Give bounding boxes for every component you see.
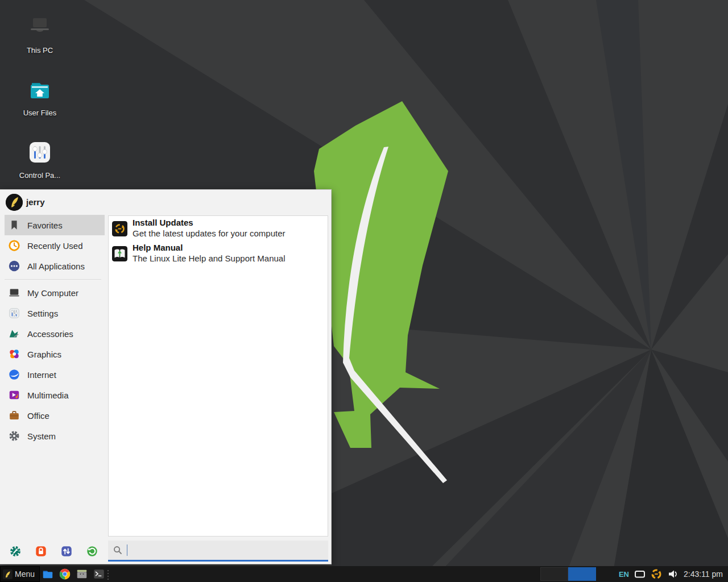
sidebar-separator: [5, 279, 101, 280]
list-item-help-manual[interactable]: Help Manual The Linux Lite Help and Supp…: [109, 241, 328, 266]
menu-button[interactable]: Menu: [0, 566, 40, 582]
workspace-2[interactable]: [568, 567, 596, 581]
session-actions: [9, 545, 98, 558]
sidebar-item-accessories[interactable]: Accessories: [5, 323, 105, 344]
accessories-icon: [8, 327, 20, 340]
sidebar-item-my-computer[interactable]: My Computer: [5, 282, 105, 303]
sidebar-item-office[interactable]: Office: [5, 405, 105, 426]
workspace-pager: [540, 567, 596, 581]
avatar[interactable]: [6, 194, 23, 211]
sidebar-item-recently-used[interactable]: Recently Used: [5, 235, 105, 256]
lock-screen-icon[interactable]: [35, 545, 47, 558]
taskbar: Menu EN: [0, 566, 728, 582]
clock-icon: [8, 239, 20, 252]
control-panel-icon: [26, 139, 53, 166]
update-notifier-icon[interactable]: [651, 568, 662, 580]
whisker-menu: jerry Favorites Recently Used All Applic…: [0, 189, 332, 564]
desktop-icon-user-files[interactable]: User Files: [7, 76, 73, 117]
item-title: Install Updates: [133, 218, 285, 228]
chrome-browser-icon[interactable]: [59, 568, 71, 580]
search-icon: [113, 546, 122, 555]
system-tray: EN 2:43:11 pm: [619, 566, 728, 582]
bookmark-icon: [8, 219, 20, 231]
sidebar-item-favorites[interactable]: Favorites: [5, 215, 105, 235]
text-cursor: [127, 544, 127, 556]
user-name: jerry: [26, 190, 45, 215]
terminal-icon[interactable]: [93, 568, 105, 580]
desktop-icon-this-pc[interactable]: This PC: [7, 14, 73, 55]
workspace-1[interactable]: [540, 567, 568, 581]
desktop-icon-control-panel[interactable]: Control Pa...: [7, 139, 73, 180]
help-manual-icon: [112, 246, 127, 261]
search-input[interactable]: [108, 541, 328, 562]
all-apps-icon: [8, 260, 20, 272]
file-manager-icon[interactable]: [42, 568, 54, 580]
desktop-icon-label: User Files: [7, 109, 73, 117]
sidebar-item-graphics[interactable]: Graphics: [5, 344, 105, 364]
computer-icon: [8, 286, 20, 299]
list-item-install-updates[interactable]: Install Updates Get the latest updates f…: [109, 216, 328, 241]
office-briefcase-icon: [8, 409, 20, 422]
display-icon[interactable]: [634, 568, 646, 580]
menu-header: jerry: [0, 190, 331, 215]
settings-sliders-icon: [8, 307, 20, 319]
item-description: The Linux Lite Help and Support Manual: [133, 253, 286, 264]
feather-avatar-icon: [6, 194, 23, 211]
item-title: Help Manual: [133, 243, 286, 253]
sidebar-item-multimedia[interactable]: Multimedia: [5, 385, 105, 405]
keyboard-layout-indicator[interactable]: EN: [619, 570, 629, 579]
clock[interactable]: 2:43:11 pm: [684, 569, 723, 579]
sidebar-item-system[interactable]: System: [5, 426, 105, 446]
feather-menu-icon: [3, 569, 13, 579]
desktop-icon-label: Control Pa...: [7, 171, 73, 180]
sidebar-item-internet[interactable]: Internet: [5, 364, 105, 385]
volume-icon[interactable]: [667, 568, 679, 580]
graphics-icon: [8, 348, 20, 360]
sidebar-item-settings[interactable]: Settings: [5, 303, 105, 323]
launcher-row: [42, 568, 105, 580]
switch-user-icon[interactable]: [60, 545, 73, 558]
user-files-folder-icon: [26, 76, 53, 103]
this-pc-icon: [26, 14, 53, 41]
log-out-icon[interactable]: [86, 545, 98, 558]
favorites-list: Install Updates Get the latest updates f…: [108, 215, 328, 537]
sidebar-item-all-applications[interactable]: All Applications: [5, 256, 105, 276]
install-updates-icon: [112, 221, 127, 236]
panel-grip[interactable]: [107, 570, 109, 580]
settings-manager-icon[interactable]: [9, 545, 22, 558]
menu-button-label: Menu: [15, 569, 35, 579]
system-gear-icon: [8, 430, 20, 442]
menu-sidebar: Favorites Recently Used All Applications: [0, 215, 106, 538]
archive-manager-icon[interactable]: [76, 568, 88, 580]
internet-icon: [8, 368, 20, 381]
item-description: Get the latest updates for your computer: [133, 228, 285, 239]
multimedia-icon: [8, 389, 20, 401]
desktop-icon-label: This PC: [7, 46, 73, 55]
